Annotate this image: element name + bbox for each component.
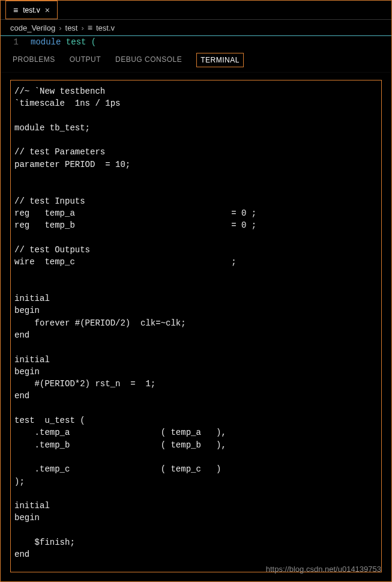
watermark: https://blog.csdn.net/u014139753 [266,565,381,574]
line-number: 1 [1,37,31,47]
tab-debug-console[interactable]: DEBUG CONSOLE [115,53,182,67]
breadcrumb-item[interactable]: code_Verilog [10,23,55,32]
tab-label: test.v [23,6,40,14]
identifier: test ( [61,37,96,47]
breadcrumb-item[interactable]: test [65,23,78,32]
editor-line[interactable]: 1 module test ( [1,36,391,48]
file-tab[interactable]: ≡ test.v × [5,1,58,19]
file-icon: ≡ [13,5,18,15]
file-icon: ≡ [88,23,92,32]
tab-output[interactable]: OUTPUT [70,53,101,67]
breadcrumb-item[interactable]: test.v [96,23,115,32]
close-icon[interactable]: × [45,5,50,15]
keyword: module [31,37,61,47]
tab-problems[interactable]: PROBLEMS [13,53,55,67]
tab-bar: ≡ test.v × [1,1,391,20]
chevron-right-icon: › [59,23,61,32]
tab-terminal[interactable]: TERMINAL [196,53,244,67]
chevron-right-icon: › [81,23,83,32]
line-content: module test ( [31,37,96,47]
terminal-output[interactable]: //~ `New testbench `timescale 1ns / 1ps … [10,80,382,572]
breadcrumb[interactable]: code_Verilog › test › ≡ test.v [1,20,391,36]
panel-tabs: PROBLEMS OUTPUT DEBUG CONSOLE TERMINAL [1,48,391,73]
